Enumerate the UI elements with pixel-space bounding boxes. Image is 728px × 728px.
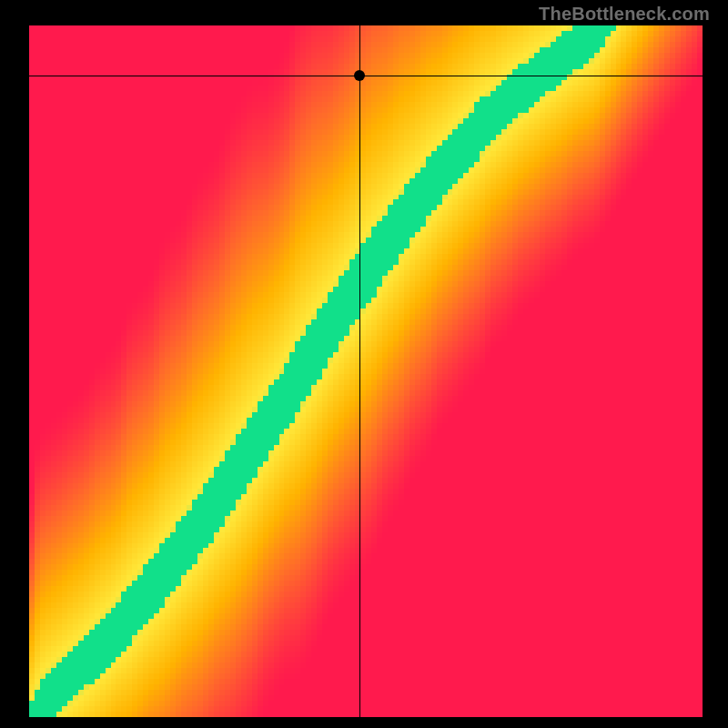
chart-frame: TheBottleneck.com: [0, 0, 728, 728]
heatmap-canvas: [29, 25, 703, 717]
watermark-text: TheBottleneck.com: [539, 4, 710, 25]
